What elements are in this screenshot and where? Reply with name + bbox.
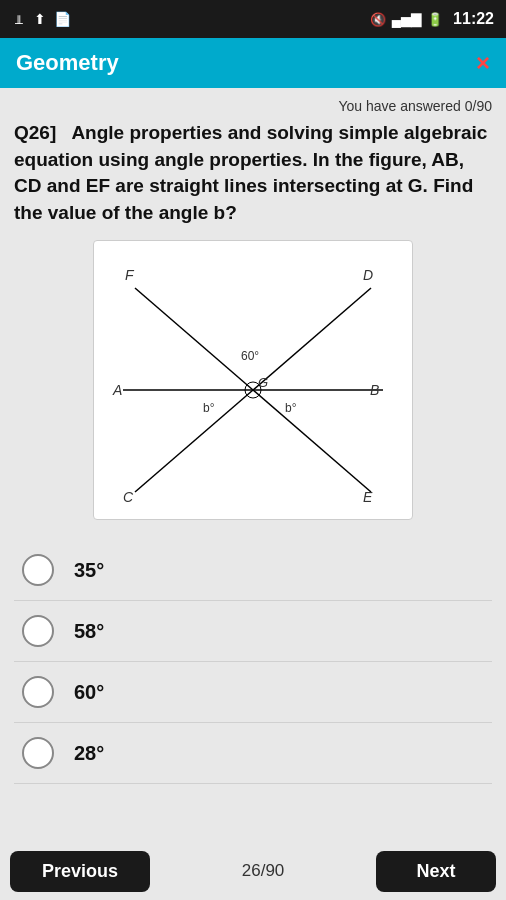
- question-text: Q26] Angle properties and solving simple…: [14, 120, 492, 226]
- option-4-label: 28°: [74, 742, 104, 765]
- svg-text:E: E: [363, 489, 373, 505]
- svg-text:60°: 60°: [241, 349, 259, 363]
- battery-icon: 🔋: [427, 12, 443, 27]
- app-title: Geometry: [16, 50, 119, 76]
- geometry-diagram: A B D C F E: [93, 240, 413, 520]
- upload-icon: ⬆: [34, 11, 46, 27]
- option-2[interactable]: 58°: [14, 601, 492, 662]
- usb-icon: ⫫: [12, 11, 26, 27]
- svg-text:A: A: [112, 382, 122, 398]
- radio-3[interactable]: [22, 676, 54, 708]
- question-body: Angle properties and solving simple alge…: [14, 122, 487, 223]
- next-button[interactable]: Next: [376, 851, 496, 892]
- radio-inner-3: [33, 687, 43, 697]
- answer-options: 35° 58° 60° 28°: [14, 540, 492, 784]
- svg-text:b°: b°: [203, 401, 215, 415]
- radio-inner-1: [33, 565, 43, 575]
- option-3-label: 60°: [74, 681, 104, 704]
- svg-text:B: B: [370, 382, 379, 398]
- clock: 11:22: [453, 10, 494, 28]
- svg-line-8: [253, 390, 371, 492]
- svg-text:C: C: [123, 489, 134, 505]
- radio-2[interactable]: [22, 615, 54, 647]
- svg-line-4: [135, 390, 253, 492]
- radio-inner-4: [33, 748, 43, 758]
- main-content: You have answered 0/90 Q26] Angle proper…: [0, 88, 506, 842]
- status-icons-left: ⫫ ⬆ 📄: [12, 11, 71, 27]
- title-bar: Geometry ×: [0, 38, 506, 88]
- radio-inner-2: [33, 626, 43, 636]
- status-bar: ⫫ ⬆ 📄 🔇 ▄▅▇ 🔋 11:22: [0, 0, 506, 38]
- close-button[interactable]: ×: [476, 49, 490, 77]
- option-2-label: 58°: [74, 620, 104, 643]
- svg-line-3: [253, 288, 371, 390]
- answered-counter: You have answered 0/90: [14, 98, 492, 114]
- svg-text:D: D: [363, 267, 373, 283]
- bottom-navigation: Previous 26/90 Next: [0, 842, 506, 900]
- status-icons-right: 🔇 ▄▅▇ 🔋 11:22: [370, 10, 494, 28]
- option-4[interactable]: 28°: [14, 723, 492, 784]
- radio-1[interactable]: [22, 554, 54, 586]
- option-1-label: 35°: [74, 559, 104, 582]
- page-indicator: 26/90: [242, 861, 285, 881]
- signal-icon: ▄▅▇: [392, 12, 421, 27]
- svg-text:G: G: [258, 375, 268, 390]
- svg-text:b°: b°: [285, 401, 297, 415]
- question-number: Q26]: [14, 122, 56, 143]
- previous-button[interactable]: Previous: [10, 851, 150, 892]
- file-icon: 📄: [54, 11, 71, 27]
- diagram-svg: A B D C F E: [103, 250, 403, 510]
- svg-line-7: [135, 288, 253, 390]
- radio-4[interactable]: [22, 737, 54, 769]
- svg-text:F: F: [125, 267, 135, 283]
- option-1[interactable]: 35°: [14, 540, 492, 601]
- mute-icon: 🔇: [370, 12, 386, 27]
- option-3[interactable]: 60°: [14, 662, 492, 723]
